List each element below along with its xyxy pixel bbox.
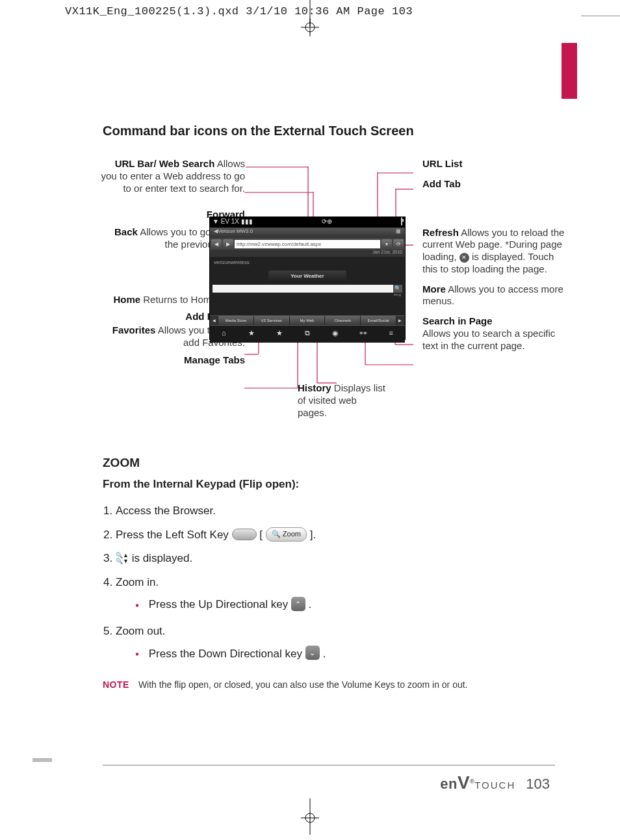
status-center-icons: ⟳⊕ [322,218,332,227]
refresh-button[interactable]: ⟳ [393,239,404,248]
search-icon[interactable]: 🔍 [393,285,402,293]
tabs-right-arrow[interactable]: ▶ [396,316,405,325]
callout-add-tab: Add Tab [422,178,565,190]
step-1: Access the Browser. [116,501,558,521]
history-icon[interactable]: ◉ [321,326,349,343]
footer-rule [103,765,555,767]
stop-icon: ✕ [459,253,469,263]
browser-title-bar: ◀ Verizon MW3.0 ▦ [210,228,405,238]
add-favorite-icon[interactable]: ★ [238,326,266,343]
step-2: Press the Left Soft Key [ 🔍 Zoom ]. [116,525,558,545]
zoom-pill-icon: 🔍 Zoom [266,527,307,542]
print-job-header: VX11K_Eng_100225(1.3).qxd 3/1/10 10:36 A… [65,5,503,18]
right-callouts: URL List Add Tab Refresh Allows you to r… [422,158,565,360]
date-strip: Jan 21st, 2010 [210,250,405,257]
phone-status-bar: ▼ EV 1X ▮▮▮ ⟳⊕ [210,217,405,228]
down-key-icon: ⌄ [305,646,320,660]
battery-icon [401,218,402,227]
tab-media-store[interactable]: Media Store [218,316,254,325]
url-list-button[interactable]: ▾ [381,239,392,248]
back-button[interactable]: ◀ [211,239,222,248]
zoom-title: ZOOM [103,456,558,470]
side-tab-accent [562,43,577,99]
step-4-sub: Press the Up Directional key ⌃ . [135,595,558,615]
callout-diagram: URL Bar/ Web Search Allows you to enter … [103,158,558,438]
step-3: 🔍▲🔍▼ is displayed. [116,549,558,569]
callout-manage-tabs: Manage Tabs [99,354,245,367]
command-bar: ⌂ ★ ★ ⧉ ◉ 👓 ≡ [210,325,405,343]
content-area: Command bar icons on the External Touch … [103,124,558,690]
zoom-indicator-icon: 🔍▲🔍▼ [116,553,129,564]
manage-tabs-icon[interactable]: ⧉ [294,326,322,343]
carrier-brand: verizonwireless [210,257,405,268]
more-icon[interactable]: ≡ [377,326,405,343]
tab-vz-services[interactable]: VZ Services [254,316,290,325]
zoom-subtitle: From the Internal Keypad (Flip open): [103,478,558,491]
signal-icons: ▼ EV 1X ▮▮▮ [213,218,253,227]
callout-search-in-page: Search in Page Allows you to search a sp… [422,315,565,352]
callout-history: History Displays list of visited web pag… [298,382,389,419]
tab-email-social[interactable]: Email/Social [361,316,396,325]
callout-url-bar: URL Bar/ Web Search Allows you to enter … [99,158,245,194]
left-soft-key-icon [232,529,257,540]
favorites-icon[interactable]: ★ [266,326,294,343]
page-body: verizonwireless Your Weather 🔍 bing [210,257,405,315]
url-row: ◀ ▶ http://mw2.vzwwap.com/default.aspx ▾… [210,238,405,250]
margin-tick [32,758,52,762]
url-field[interactable]: http://mw2.vzwwap.com/default.aspx [235,240,380,248]
zoom-section: ZOOM From the Internal Keypad (Flip open… [103,456,558,690]
step-5-sub: Press the Down Directional key ⌄ . [135,644,558,664]
callout-url-list: URL List [422,158,565,170]
crop-rule-right [581,16,620,16]
search-input[interactable] [213,285,393,293]
search-in-page-icon[interactable]: 👓 [349,326,377,343]
registration-mark-bottom [301,798,319,835]
weather-button[interactable]: Your Weather [268,270,346,282]
callout-refresh: Refresh Allows you to reload the current… [422,227,565,276]
section-title: Command bar icons on the External Touch … [103,124,558,138]
zoom-steps: Access the Browser. Press the Left Soft … [103,501,558,664]
brand-logo: enV®TOUCH [440,772,515,793]
callout-more: More Allows you to access more menus. [422,283,565,308]
phone-screenshot: ▼ EV 1X ▮▮▮ ⟳⊕ ◀ Verizon MW3.0 ▦ ◀ ▶ htt… [209,217,406,340]
tab-channels[interactable]: Channels [325,316,361,325]
home-icon[interactable]: ⌂ [210,326,238,343]
registration-mark-top [301,18,319,36]
tabs-left-arrow[interactable]: ◀ [210,316,218,325]
step-5: Zoom out. Press the Down Directional key… [116,622,558,664]
note: NOTE With the flip open, or closed, you … [103,679,558,690]
note-text: With the flip open, or closed, you can a… [138,679,468,690]
forward-button[interactable]: ▶ [223,239,233,248]
category-tabs: ◀ Media Store VZ Services My Web Channel… [210,315,405,325]
search-engine-label: bing [210,293,405,296]
step-4: Zoom in. Press the Up Directional key ⌃ … [116,573,558,615]
footer-brand: enV®TOUCH 103 [440,772,550,793]
up-key-icon: ⌃ [291,597,305,611]
page-number: 103 [526,776,550,793]
note-label: NOTE [103,679,129,690]
tab-my-web[interactable]: My Web [290,316,326,325]
page: VX11K_Eng_100225(1.3).qxd 3/1/10 10:36 A… [0,0,620,840]
